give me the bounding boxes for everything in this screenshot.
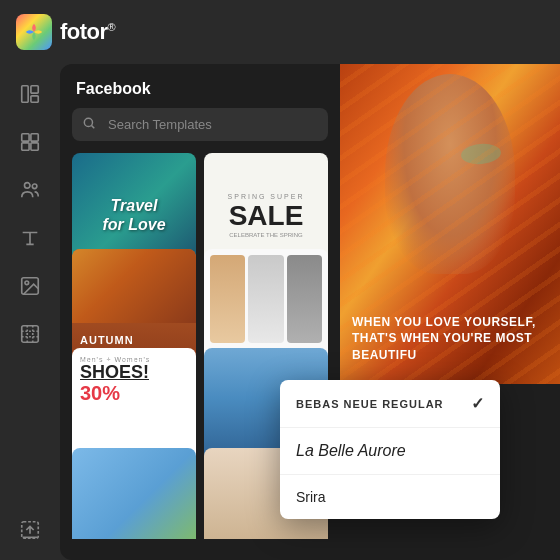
preview-quote-line1: When you LOVE YOURSELF, [352, 314, 548, 331]
sidebar-item-people[interactable] [8, 168, 52, 212]
font-item-srira[interactable]: Srira [280, 475, 500, 519]
svg-rect-4 [31, 134, 38, 141]
sidebar-item-image[interactable] [8, 264, 52, 308]
svg-rect-2 [31, 96, 38, 102]
card-2-sale: SALE [229, 202, 304, 230]
fashion-img-2 [248, 255, 283, 343]
svg-rect-11 [22, 326, 39, 343]
svg-rect-6 [31, 143, 38, 150]
fashion-img-1 [210, 255, 245, 343]
card-8-number: 12 [212, 536, 243, 540]
font-name-labelle: La Belle Aurore [296, 442, 406, 460]
card-4-images [210, 255, 322, 343]
card-1-title: Travelfor Love [94, 188, 173, 242]
fashion-img-3 [287, 255, 322, 343]
svg-rect-5 [22, 143, 29, 150]
sidebar-item-grid[interactable] [8, 120, 52, 164]
card-2-spring: SPRING SUPER [228, 193, 305, 200]
sidebar [0, 64, 60, 560]
svg-point-7 [25, 183, 31, 189]
card-2-sub: CELEBRATE THE SPRING [229, 232, 302, 238]
search-input[interactable] [72, 108, 328, 141]
card-3-subtitle: SEASONAL COLLECTION [80, 358, 164, 365]
svg-rect-3 [22, 134, 29, 141]
panel-title: Facebook [60, 64, 340, 108]
preview-quote-line2: that's when you're MOST BEAUTIFU [352, 330, 548, 364]
svg-rect-0 [22, 86, 28, 103]
preview-image: When you LOVE YOURSELF, that's when you'… [340, 64, 560, 384]
preview-text-overlay: When you LOVE YOURSELF, that's when you'… [352, 314, 548, 364]
card-5-discount: 30% [80, 383, 120, 403]
app-name: fotor® [60, 19, 115, 45]
font-item-bebas[interactable]: BEBAS NEUE REGULAR ✓ [280, 380, 500, 428]
svg-point-13 [84, 118, 92, 126]
search-icon [82, 116, 96, 134]
app-logo-icon [16, 14, 52, 50]
sidebar-item-layout[interactable] [8, 72, 52, 116]
template-card-birthday[interactable]: Happy Birthday [72, 448, 196, 540]
card-5-title: SHOES! [80, 363, 149, 381]
search-bar [72, 108, 328, 141]
sidebar-item-text[interactable] [8, 216, 52, 260]
app-header: fotor® [0, 0, 560, 64]
font-name-srira: Srira [296, 489, 326, 505]
card-3-title: AUTUMN SEASON [80, 334, 188, 358]
font-name-bebas: BEBAS NEUE REGULAR [296, 398, 444, 410]
card-3-leaves [72, 249, 196, 323]
svg-point-10 [25, 281, 29, 285]
svg-point-8 [32, 184, 37, 189]
font-dropdown: BEBAS NEUE REGULAR ✓ La Belle Aurore Sri… [280, 380, 500, 519]
svg-rect-1 [31, 86, 38, 93]
sidebar-item-upload[interactable] [8, 508, 52, 552]
font-selected-check: ✓ [471, 394, 484, 413]
font-item-labelle[interactable]: La Belle Aurore [280, 428, 500, 475]
sidebar-item-pattern[interactable] [8, 312, 52, 356]
template-card-autumn[interactable]: AUTUMN SEASON SEASONAL COLLECTION [72, 249, 196, 373]
